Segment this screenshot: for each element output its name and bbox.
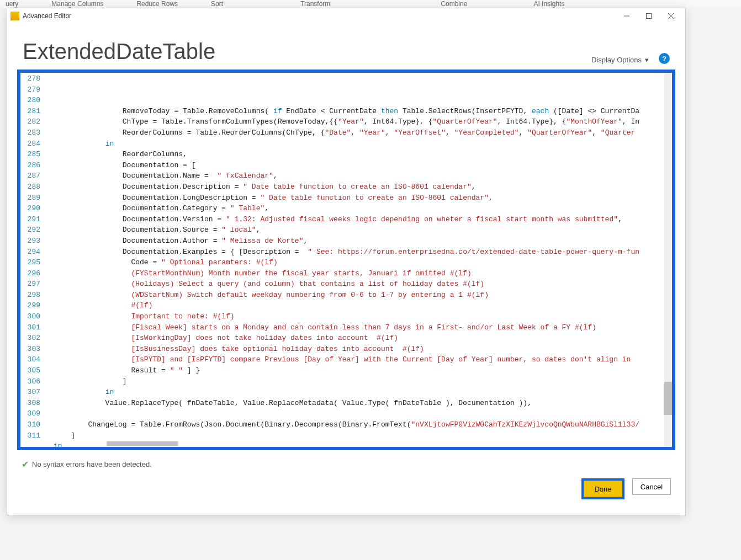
cancel-button[interactable]: Cancel (632, 478, 671, 495)
line-number: 305 (23, 365, 40, 376)
fold-marker (44, 203, 51, 214)
line-number: 309 (23, 408, 40, 419)
code-line[interactable]: in (54, 387, 672, 398)
code-line[interactable]: #(lf) (54, 300, 672, 311)
fold-marker (44, 408, 51, 419)
status-bar: ✔ No syntax errors have been detected. (7, 456, 685, 473)
display-options-dropdown[interactable]: Display Options ▾ (591, 56, 649, 64)
code-editor[interactable]: 2782792802812822832842852862872882892902… (20, 73, 672, 447)
horizontal-scrollbar-thumb[interactable] (107, 441, 178, 446)
line-number: 307 (23, 387, 40, 398)
fold-marker (44, 106, 51, 117)
fold-marker (44, 95, 51, 106)
code-line[interactable]: Value.ReplaceType( fnDateTable, Value.Re… (54, 398, 672, 409)
line-number: 310 (23, 419, 40, 430)
code-line[interactable]: Documentation.Description = " Date table… (54, 182, 672, 193)
code-line[interactable]: ChType = Table.TransformColumnTypes(Remo… (54, 116, 672, 127)
code-line[interactable] (54, 95, 672, 106)
minimize-button[interactable] (616, 9, 638, 23)
code-line[interactable]: Documentation.Source = " local", (54, 225, 672, 236)
code-line[interactable]: Code = " Optional paramters: #(lf) (54, 257, 672, 268)
code-line[interactable]: ReorderColumns, (54, 149, 672, 160)
line-number: 298 (23, 290, 40, 301)
fold-marker (44, 84, 51, 95)
vertical-scrollbar-thumb[interactable] (664, 382, 672, 415)
code-line[interactable]: Documentation.Name = " fxCalendar", (54, 170, 672, 182)
line-number: 280 (23, 95, 40, 106)
svg-rect-1 (647, 14, 652, 19)
line-number: 308 (23, 398, 40, 409)
code-line[interactable]: in (54, 138, 672, 150)
ribbon-item: Combine (441, 0, 467, 8)
line-number: 300 (23, 311, 40, 322)
fold-marker (44, 247, 51, 258)
fold-marker (44, 419, 51, 430)
code-line[interactable]: [Fiscal Week] starts on a Monday and can… (54, 322, 672, 333)
code-line[interactable]: Documentation.Category = " Table", (54, 203, 672, 214)
footer: Done Cancel (7, 473, 685, 510)
code-line[interactable]: (WDStartNum) Switch default weekday numb… (54, 290, 672, 301)
line-number-gutter: 2782792802812822832842852862872882892902… (20, 73, 44, 447)
line-number: 304 (23, 354, 40, 365)
line-number: 286 (23, 160, 40, 171)
fold-marker (44, 73, 51, 84)
code-line[interactable]: Result = " " ] } (54, 365, 672, 376)
line-number: 290 (23, 203, 40, 214)
ribbon-item: Transform (300, 0, 330, 8)
ribbon-item: Manage Columns (51, 0, 103, 8)
fold-marker (44, 279, 51, 290)
fold-marker (44, 398, 51, 409)
editor-highlight-frame: 2782792802812822832842852862872882892902… (17, 70, 675, 450)
background-ribbon: uery Manage Columns Reduce Rows Sort Tra… (0, 0, 741, 8)
code-line[interactable]: [IsPYTD] and [IsPFYTD] compare Previous … (54, 354, 672, 365)
code-line[interactable]: Documentation.Version = " 1.32: Adjusted… (54, 214, 672, 225)
line-number: 288 (23, 182, 40, 193)
line-number: 285 (23, 149, 40, 160)
ribbon-item: Sort (211, 0, 223, 8)
window-title: Advanced Editor (23, 12, 71, 20)
code-line[interactable]: [IsWorkingDay] does not take holiday dat… (54, 333, 672, 344)
powerbi-icon (10, 12, 19, 20)
code-line[interactable]: Documentation = [ (54, 160, 672, 171)
line-number: 291 (23, 214, 40, 225)
line-number: 292 (23, 225, 40, 236)
fold-marker (44, 311, 51, 322)
code-area[interactable]: RemoveToday = Table.RemoveColumns( if En… (51, 73, 672, 447)
code-line[interactable]: ReorderColumns = Table.ReorderColumns(Ch… (54, 127, 672, 138)
code-line[interactable]: (Holidays) Select a query (and column) t… (54, 279, 672, 290)
code-line[interactable]: RemoveToday = Table.RemoveColumns( if En… (54, 106, 672, 117)
line-number: 302 (23, 333, 40, 344)
check-icon: ✔ (22, 459, 29, 470)
line-number: 299 (23, 300, 40, 311)
code-line[interactable]: Documentation.LongDescription = " Date t… (54, 193, 672, 204)
help-icon[interactable]: ? (659, 53, 670, 64)
titlebar: Advanced Editor (7, 8, 685, 24)
code-line[interactable]: ] (54, 376, 672, 387)
code-line[interactable]: ] (54, 430, 672, 441)
line-number: 294 (23, 247, 40, 258)
fold-marker (44, 354, 51, 365)
display-options-label: Display Options (591, 56, 642, 64)
code-line[interactable] (54, 408, 672, 419)
fold-marker (44, 225, 51, 236)
done-button-highlight: Done (581, 478, 624, 499)
code-line[interactable]: Documentation.Author = " Melissa de Kort… (54, 236, 672, 247)
line-number: 301 (23, 322, 40, 333)
ribbon-item: AI Insights (533, 0, 564, 8)
code-line[interactable]: [IsBusinessDay] does take optional holid… (54, 344, 672, 355)
fold-marker (44, 214, 51, 225)
code-line[interactable]: Documentation.Examples = { [Description … (54, 247, 672, 258)
chevron-down-icon: ▾ (645, 56, 649, 64)
ribbon-item: Reduce Rows (136, 0, 178, 8)
code-line[interactable]: Important to note: #(lf) (54, 311, 672, 322)
vertical-scrollbar[interactable] (664, 73, 672, 447)
advanced-editor-window: Advanced Editor ExtendedDateTable Displa… (7, 8, 686, 515)
close-button[interactable] (660, 9, 682, 23)
line-number: 282 (23, 116, 40, 127)
maximize-button[interactable] (638, 9, 660, 23)
status-text: No syntax errors have been detected. (32, 460, 152, 468)
code-line[interactable]: (FYStartMonthNum) Month number the fisca… (54, 268, 672, 279)
code-line[interactable]: ChangeLog = Table.FromRows(Json.Document… (54, 419, 672, 430)
line-number: 284 (23, 138, 40, 150)
done-button[interactable]: Done (584, 481, 622, 497)
